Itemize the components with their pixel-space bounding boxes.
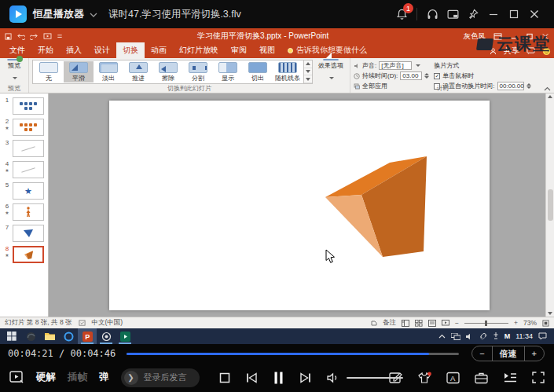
reading-view-icon[interactable] xyxy=(428,320,436,327)
toolbox-icon[interactable] xyxy=(475,372,488,384)
language-status[interactable]: 中文(中国) xyxy=(92,318,123,328)
taskbar-app-circle-icon[interactable] xyxy=(59,328,78,344)
on-click-checkbox[interactable] xyxy=(434,73,440,79)
spell-check-icon[interactable] xyxy=(79,320,86,327)
zoom-slider[interactable] xyxy=(464,323,508,324)
slide-sorter-view-icon[interactable] xyxy=(415,320,423,327)
scroll-down-arrow-icon[interactable] xyxy=(548,312,552,315)
pin-icon[interactable] xyxy=(463,4,483,24)
slide-thumb-6[interactable]: 6★ xyxy=(2,203,46,222)
tab-slideshow[interactable]: 幻灯片放映 xyxy=(173,42,225,58)
speed-increase-button[interactable]: + xyxy=(525,347,544,360)
link-icon[interactable] xyxy=(479,332,487,340)
slide-thumb-1[interactable]: 1 xyxy=(2,97,46,115)
zoom-in-button[interactable]: + xyxy=(514,319,518,327)
volume-slider[interactable] xyxy=(347,377,403,379)
fullscreen-icon[interactable] xyxy=(532,372,545,383)
normal-view-icon[interactable] xyxy=(402,320,409,327)
transition-none[interactable]: 无 xyxy=(34,61,64,82)
orange-3d-shape[interactable] xyxy=(109,101,490,310)
mini-player-icon[interactable] xyxy=(442,4,463,24)
gallery-scroll-down[interactable] xyxy=(304,68,312,76)
speed-decrease-button[interactable]: − xyxy=(472,347,491,360)
previous-button[interactable] xyxy=(246,372,258,383)
gallery-scroll-up[interactable] xyxy=(304,60,312,68)
scrollbar-thumb[interactable] xyxy=(548,189,553,221)
zoom-slider-thumb[interactable] xyxy=(485,321,487,326)
transition-morph[interactable]: 平滑 xyxy=(64,61,94,82)
action-center-icon[interactable] xyxy=(538,332,547,340)
tray-expand-icon[interactable] xyxy=(438,334,446,339)
volume-tray-icon[interactable] xyxy=(466,333,474,340)
slide-thumb-7[interactable]: 7 xyxy=(2,225,46,243)
slideshow-view-icon[interactable] xyxy=(442,320,449,327)
display-icon[interactable] xyxy=(451,333,460,340)
playlist-panel-icon[interactable] xyxy=(9,371,24,384)
tab-animations[interactable]: 动画 xyxy=(145,42,173,58)
video-frame[interactable]: 学习使用平滑切换3.pptx - PowerPoint 灰色风 文件 开始 插入… xyxy=(0,28,554,344)
stop-button[interactable] xyxy=(219,372,230,383)
transition-fade[interactable]: 淡出 xyxy=(94,61,123,82)
headset-icon[interactable] xyxy=(422,4,442,24)
effect-options-button[interactable]: 效果选项 xyxy=(315,60,347,84)
gallery-more-button[interactable] xyxy=(304,75,312,83)
zoom-out-button[interactable]: − xyxy=(455,319,459,327)
transition-split[interactable]: 分割 xyxy=(183,61,213,82)
tab-home[interactable]: 开始 xyxy=(31,42,60,58)
slide-thumb-3[interactable]: 3 xyxy=(2,140,46,158)
transition-push[interactable]: 推进 xyxy=(123,61,153,82)
transition-wipe[interactable]: 擦除 xyxy=(153,61,183,82)
skin-icon[interactable] xyxy=(417,372,431,384)
playlist-icon[interactable] xyxy=(503,372,517,383)
tab-view[interactable]: 视图 xyxy=(253,42,281,58)
transition-random-bars[interactable]: 随机线条 xyxy=(273,61,303,82)
sound-dropdown[interactable]: [无声音] xyxy=(379,61,412,70)
pause-button[interactable] xyxy=(273,372,284,384)
duration-spinner[interactable] xyxy=(424,73,429,79)
subtitle-icon[interactable]: A xyxy=(446,372,460,384)
duration-input[interactable]: 03.00 xyxy=(400,71,422,80)
file-explorer-icon[interactable] xyxy=(40,328,59,344)
slide-thumb-5[interactable]: 5 ★ xyxy=(2,182,46,200)
hw-decode-button[interactable]: 硬解 xyxy=(36,371,56,384)
frame-interp-button[interactable]: 插帧 xyxy=(68,371,87,384)
close-icon[interactable] xyxy=(524,4,545,24)
slide-thumb-2[interactable]: 2★ xyxy=(2,119,46,137)
taskbar-camtasia-icon[interactable] xyxy=(116,328,134,344)
maximize-icon[interactable] xyxy=(504,4,524,24)
slide-canvas[interactable] xyxy=(109,101,490,310)
taskbar-browser-icon[interactable] xyxy=(21,328,40,344)
taskbar-recorder-icon[interactable] xyxy=(97,328,116,344)
danmaku-login-input[interactable]: ❯ 登录后发言 xyxy=(121,368,200,387)
taskbar-powerpoint-icon[interactable]: P xyxy=(78,328,97,344)
input-pin-icon[interactable] xyxy=(493,332,499,340)
app-menu-chevron-icon[interactable] xyxy=(90,13,97,17)
tab-review[interactable]: 审阅 xyxy=(225,42,253,58)
system-clock[interactable]: 11:34 xyxy=(515,332,533,340)
transition-reveal[interactable]: 显示 xyxy=(213,61,243,82)
next-button[interactable] xyxy=(299,372,311,383)
ime-mode-icon[interactable]: M xyxy=(504,332,511,340)
transition-cut[interactable]: 切出 xyxy=(243,61,273,82)
tab-transitions[interactable]: 切换 xyxy=(116,42,145,58)
tab-insert[interactable]: 插入 xyxy=(60,42,88,58)
notification-bell-icon[interactable]: 1 xyxy=(391,4,412,24)
seekbar[interactable] xyxy=(127,353,459,355)
danmaku-toggle-button[interactable]: 弹 xyxy=(99,371,109,384)
start-button[interactable] xyxy=(2,328,21,344)
notes-button[interactable]: 备注 xyxy=(383,318,396,328)
scroll-up-arrow-icon[interactable] xyxy=(548,95,552,98)
tab-design[interactable]: 设计 xyxy=(88,42,116,58)
on-mouse-click-option[interactable]: 单击鼠标时 xyxy=(434,71,530,80)
fit-to-window-icon[interactable] xyxy=(542,320,549,327)
minimize-icon[interactable] xyxy=(483,4,504,24)
preview-button[interactable]: 预览 xyxy=(3,60,25,84)
ribbon-collapse-icon[interactable] xyxy=(544,86,551,91)
sound-dropdown-caret-icon[interactable] xyxy=(414,62,420,69)
vertical-scrollbar[interactable] xyxy=(545,93,554,317)
slide-thumb-4[interactable]: 4★ xyxy=(2,161,46,179)
slide-thumb-8[interactable]: 8★ xyxy=(2,246,46,264)
volume-icon[interactable] xyxy=(327,372,339,383)
zoom-level[interactable]: 73% xyxy=(523,319,537,327)
speed-label[interactable]: 倍速 xyxy=(492,346,525,361)
